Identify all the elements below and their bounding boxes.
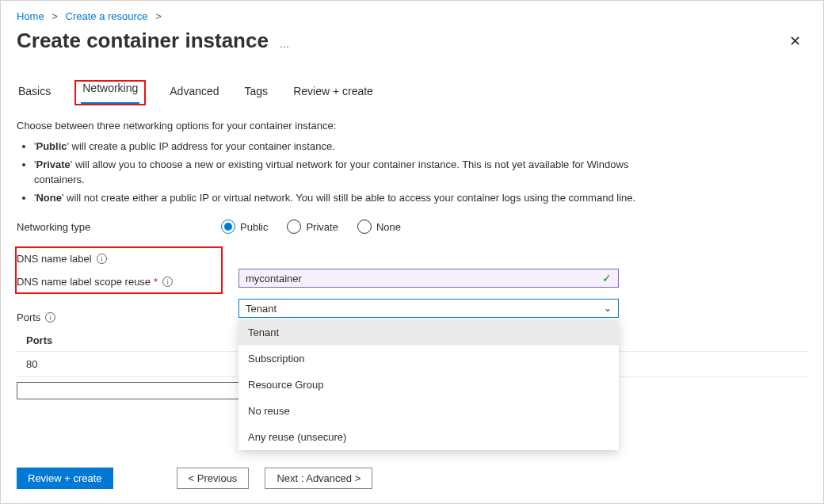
chevron-right-icon: > bbox=[52, 10, 58, 22]
breadcrumb-create-resource[interactable]: Create a resource bbox=[66, 10, 148, 22]
page-title: Create container instance bbox=[17, 29, 269, 52]
more-icon[interactable]: … bbox=[280, 38, 292, 50]
close-icon[interactable]: ✕ bbox=[783, 29, 807, 53]
dns-name-label-input[interactable]: mycontainer ✓ bbox=[238, 269, 619, 288]
row-networking-type: Networking type Public Private None bbox=[17, 220, 807, 234]
dropdown-option-no-reuse[interactable]: No reuse bbox=[238, 398, 619, 424]
row-dns-label: DNS name label i bbox=[17, 253, 215, 265]
row-dns-scope: DNS name label scope reuse * i bbox=[17, 276, 215, 288]
bullet-private: 'Private' will allow you to choose a new… bbox=[34, 158, 666, 188]
checkmark-icon: ✓ bbox=[602, 272, 612, 284]
required-asterisk: * bbox=[154, 276, 158, 288]
description-block: Choose between three networking options … bbox=[17, 120, 666, 205]
input-value: mycontainer bbox=[246, 273, 302, 284]
form: Networking type Public Private None bbox=[17, 220, 807, 399]
previous-button[interactable]: < Previous bbox=[177, 468, 250, 489]
bullet-none: 'None' will not create either a public I… bbox=[34, 191, 666, 206]
dns-controls-col: mycontainer ✓ Tenant ⌄ Tenant Subscripti… bbox=[238, 269, 619, 318]
bullet-public: 'Public' will create a public IP address… bbox=[34, 139, 666, 155]
intro-text: Choose between three networking options … bbox=[17, 120, 666, 132]
tabs: Basics Networking Advanced Tags Review +… bbox=[17, 80, 807, 105]
radio-label: None bbox=[376, 221, 401, 233]
tab-networking[interactable]: Networking bbox=[81, 77, 139, 104]
info-icon[interactable]: i bbox=[45, 312, 55, 323]
tab-basics[interactable]: Basics bbox=[17, 80, 52, 105]
chevron-right-icon: > bbox=[155, 10, 162, 22]
radio-none[interactable]: None bbox=[357, 220, 401, 234]
radio-group-networking-type: Public Private None bbox=[221, 220, 401, 234]
highlight-box-tab: Networking bbox=[74, 80, 146, 105]
breadcrumb: Home > Create a resource > bbox=[17, 7, 807, 25]
dropdown-list: Tenant Subscription Resource Group No re… bbox=[238, 319, 619, 450]
radio-public[interactable]: Public bbox=[221, 220, 268, 234]
dns-scope-dropdown[interactable]: Tenant ⌄ Tenant Subscription Resource Gr… bbox=[238, 299, 619, 318]
chevron-down-icon: ⌄ bbox=[604, 303, 612, 314]
dropdown-option-tenant[interactable]: Tenant bbox=[238, 319, 619, 346]
review-create-button[interactable]: Review + create bbox=[17, 468, 113, 489]
label-dns-name-label: DNS name label i bbox=[17, 253, 215, 265]
dropdown-option-any-reuse[interactable]: Any reuse (unsecure) bbox=[238, 424, 619, 450]
tab-advanced[interactable]: Advanced bbox=[168, 80, 220, 105]
radio-private[interactable]: Private bbox=[287, 220, 338, 234]
tab-tags[interactable]: Tags bbox=[243, 80, 270, 105]
title-row: Create container instance … ✕ bbox=[17, 29, 807, 53]
label-networking-type: Networking type bbox=[17, 221, 221, 233]
info-icon[interactable]: i bbox=[162, 277, 173, 287]
info-icon[interactable]: i bbox=[97, 254, 107, 264]
dropdown-option-resource-group[interactable]: Resource Group bbox=[238, 372, 619, 398]
page-root: Home > Create a resource > Create contai… bbox=[0, 0, 824, 504]
radio-label: Public bbox=[240, 221, 268, 233]
highlight-box-dns: DNS name label i DNS name label scope re… bbox=[15, 246, 223, 294]
breadcrumb-home[interactable]: Home bbox=[17, 10, 44, 22]
radio-label: Private bbox=[306, 221, 338, 233]
tab-review-create[interactable]: Review + create bbox=[292, 80, 375, 105]
footer-buttons: Review + create < Previous Next : Advanc… bbox=[17, 468, 372, 489]
dropdown-selected: Tenant bbox=[246, 303, 277, 315]
next-button[interactable]: Next : Advanced > bbox=[265, 468, 372, 489]
dropdown-option-subscription[interactable]: Subscription bbox=[238, 346, 619, 372]
label-dns-scope-reuse: DNS name label scope reuse * i bbox=[17, 276, 215, 288]
